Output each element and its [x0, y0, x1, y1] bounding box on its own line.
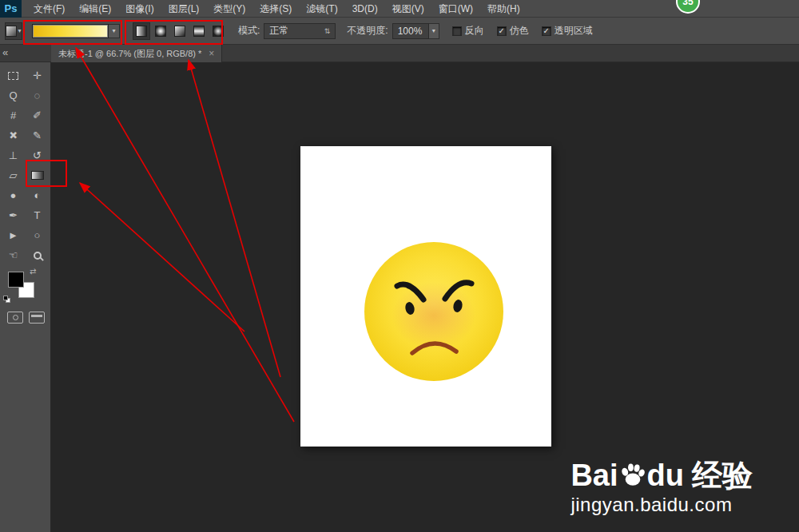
mode-label: 模式: — [238, 24, 260, 38]
menu-window[interactable]: 窗口(W) — [431, 0, 480, 18]
photoshop-window: Ps 文件(F) 编辑(E) 图像(I) 图层(L) 类型(Y) 选择(S) 滤… — [0, 0, 799, 532]
checkmark-icon: ✓ — [543, 26, 549, 35]
reverse-checkbox[interactable] — [452, 26, 462, 36]
gradient-tool-preset-icon — [6, 26, 17, 37]
opacity-dropdown-arrow[interactable]: ▾ — [429, 23, 439, 39]
crop-tool[interactable]: # — [2, 105, 26, 125]
linear-gradient-button[interactable] — [133, 22, 150, 40]
gradient-picker[interactable]: ▾ — [32, 24, 120, 38]
dither-checkbox[interactable]: ✓ — [497, 26, 507, 36]
transparency-label: 透明区域 — [555, 24, 593, 38]
ellipse-icon: ○ — [34, 229, 41, 241]
quick-selection-tool[interactable]: ◌ — [26, 85, 50, 105]
pen-icon: ✒ — [9, 209, 18, 221]
lasso-tool[interactable]: Q — [2, 85, 26, 105]
menu-filter[interactable]: 滤镜(T) — [299, 0, 344, 18]
angle-gradient-icon — [174, 26, 185, 37]
eraser-icon: ▱ — [10, 169, 18, 181]
menu-type[interactable]: 类型(Y) — [206, 0, 252, 18]
hand-tool[interactable]: ☜ — [2, 245, 26, 265]
rectangular-marquee-tool[interactable] — [2, 66, 26, 85]
type-tool[interactable]: T — [26, 205, 50, 225]
document-tab[interactable]: 未标题-1 @ 66.7% (图层 0, RGB/8) * × — [51, 45, 222, 62]
mode-value: 正常 — [269, 24, 288, 38]
marquee-icon — [8, 72, 18, 80]
mode-select[interactable]: 正常 ⇅ — [264, 23, 336, 39]
radial-gradient-icon — [155, 26, 166, 37]
zoom-tool[interactable] — [26, 245, 50, 265]
document-tab-bar: « 未标题-1 @ 66.7% (图层 0, RGB/8) * × — [0, 45, 799, 62]
swap-colors-icon[interactable]: ⇄ — [30, 267, 36, 276]
quick-mask-icon — [13, 315, 18, 320]
screen-mode-icon — [31, 315, 42, 317]
brush-icon: ✎ — [33, 129, 42, 141]
crop-icon: # — [10, 109, 16, 121]
lasso-icon: Q — [9, 89, 17, 101]
clone-stamp-tool[interactable]: ⊥ — [2, 145, 26, 165]
dodge-icon: ◐ — [34, 189, 41, 201]
angle-gradient-button[interactable] — [171, 22, 189, 40]
chevron-down-icon: ▾ — [18, 27, 21, 34]
clone-stamp-icon: ⊥ — [9, 149, 18, 161]
gradient-tool-icon — [31, 171, 44, 180]
blur-icon: ● — [10, 189, 17, 201]
watermark-suffix: 经验 — [692, 460, 753, 490]
eraser-tool[interactable]: ▱ — [2, 165, 26, 185]
path-selection-icon: ► — [8, 229, 18, 241]
ellipse-tool[interactable]: ○ — [26, 225, 50, 245]
path-selection-tool[interactable]: ► — [2, 225, 26, 245]
gradient-preview-swatch[interactable] — [32, 24, 109, 38]
move-tool[interactable]: ✛ — [26, 66, 50, 85]
menu-file[interactable]: 文件(F) — [26, 0, 72, 18]
close-icon[interactable]: × — [209, 48, 214, 59]
brush-tool[interactable]: ✎ — [26, 125, 50, 145]
menu-edit[interactable]: 编辑(E) — [72, 0, 118, 18]
photoshop-logo-icon[interactable]: Ps — [0, 0, 22, 18]
baidu-paw-icon — [619, 462, 646, 489]
collapse-panel-icon[interactable]: « — [2, 46, 8, 58]
canvas-area[interactable]: Bai du 经验 jingyan.baidu.com — [51, 62, 799, 532]
type-icon: T — [34, 209, 41, 221]
opacity-value: 100% — [398, 26, 423, 37]
history-brush-tool[interactable]: ↺ — [26, 145, 50, 165]
menu-image[interactable]: 图像(I) — [118, 0, 161, 18]
tool-preset-picker[interactable]: ▾ — [5, 22, 22, 40]
healing-brush-icon: ✚ — [6, 128, 20, 142]
eyedropper-icon: ✐ — [33, 109, 42, 121]
menu-select[interactable]: 选择(S) — [252, 0, 299, 18]
gradient-tool[interactable] — [26, 165, 50, 185]
dodge-tool[interactable]: ◐ — [26, 185, 50, 205]
eyedropper-tool[interactable]: ✐ — [26, 105, 50, 125]
menu-help[interactable]: 帮助(H) — [480, 0, 527, 18]
radial-gradient-button[interactable] — [152, 22, 169, 40]
watermark-brand-b: du — [647, 460, 684, 490]
tools-panel: ✛ Q ◌ # ✐ ✚ ✎ ⊥ ↺ ▱ ● ◐ ✒ T ► ○ ☜ ⇄ — [0, 62, 51, 532]
gradient-dropdown-arrow[interactable]: ▾ — [109, 24, 120, 38]
foreground-color-swatch[interactable] — [8, 272, 24, 288]
gradient-type-buttons — [133, 22, 227, 40]
linear-gradient-icon — [136, 26, 147, 37]
screen-mode-button[interactable] — [29, 312, 45, 324]
diamond-gradient-icon — [213, 26, 224, 37]
menu-3d[interactable]: 3D(D) — [345, 0, 385, 18]
menu-view[interactable]: 视图(V) — [385, 0, 431, 18]
transparency-checkbox[interactable]: ✓ — [542, 26, 551, 36]
reflected-gradient-button[interactable] — [190, 22, 208, 40]
default-colors-icon[interactable] — [3, 296, 11, 304]
document-tab-title: 未标题-1 @ 66.7% (图层 0, RGB/8) * — [58, 48, 201, 60]
reflected-gradient-icon — [193, 26, 205, 37]
watermark-brand-a: Bai — [570, 460, 618, 490]
hand-icon: ☜ — [9, 249, 18, 261]
document-canvas[interactable] — [300, 146, 551, 447]
checkmark-icon: ✓ — [498, 26, 504, 35]
spot-healing-brush-tool[interactable]: ✚ — [2, 125, 26, 145]
pen-tool[interactable]: ✒ — [2, 205, 26, 225]
dither-label: 仿色 — [510, 24, 529, 38]
updown-arrows-icon: ⇅ — [324, 27, 331, 35]
menu-layer[interactable]: 图层(L) — [161, 0, 207, 18]
watermark-url: jingyan.baidu.com — [570, 494, 753, 516]
diamond-gradient-button[interactable] — [209, 22, 227, 40]
quick-mask-button[interactable] — [7, 312, 23, 324]
blur-tool[interactable]: ● — [2, 185, 26, 205]
opacity-field[interactable]: 100% — [392, 23, 429, 39]
